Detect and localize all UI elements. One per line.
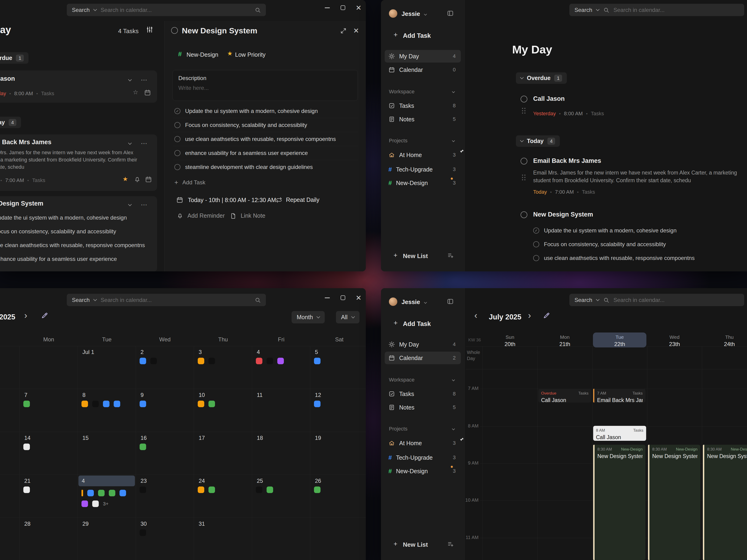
month-day-cell[interactable]: 4 — [252, 346, 310, 389]
month-day-cell[interactable] — [0, 389, 20, 432]
month-day-cell[interactable]: 26 — [310, 475, 366, 518]
month-day-cell[interactable] — [0, 518, 20, 560]
chevron-down-icon[interactable] — [128, 78, 132, 81]
month-day-cell[interactable] — [310, 518, 366, 560]
add-subtask-button[interactable]: + Add Task — [174, 179, 205, 186]
month-day-cell[interactable] — [0, 432, 20, 475]
calendar-event[interactable]: 7 AMTasksEmail Back Mrs Jame — [593, 389, 645, 402]
event-chip-dark[interactable] — [208, 358, 215, 364]
event-chip-green[interactable] — [98, 490, 105, 496]
link-note-button[interactable]: Link Note — [230, 212, 265, 219]
month-day-cell[interactable] — [20, 346, 78, 389]
event-chip-dark[interactable] — [139, 529, 146, 536]
month-day-cell[interactable]: 31 — [194, 518, 252, 560]
month-day-cell[interactable]: 9 — [136, 389, 194, 432]
month-day-cell[interactable]: 17 — [194, 432, 252, 475]
day-header-date[interactable]: 22th — [601, 341, 639, 347]
month-day-cell[interactable] — [252, 518, 310, 560]
month-day-cell[interactable]: 21 — [20, 475, 78, 518]
subtask-row[interactable]: ✓Update the ui system with a modern, coh… — [533, 227, 676, 234]
month-day-cell[interactable]: 2 — [136, 346, 194, 389]
event-chip-orange[interactable] — [81, 401, 88, 407]
add-reminder-button[interactable]: Add Reminder — [177, 212, 225, 219]
event-chip-blue[interactable] — [139, 401, 146, 407]
subtask-row[interactable]: Focus on consistency, scalability and ac… — [533, 241, 666, 247]
month-day-cell[interactable]: 24 — [194, 475, 252, 518]
project-tag[interactable]: New-Design — [186, 51, 218, 58]
event-chip-blue[interactable] — [103, 401, 109, 407]
repeat-button[interactable]: Repeat Daily — [276, 196, 319, 203]
month-day-cell[interactable] — [0, 475, 20, 518]
task-menu-icon[interactable]: ⋯ — [141, 139, 148, 147]
event-chip-dark[interactable] — [256, 486, 262, 493]
subtask-row[interactable]: enhance usability for a seamless user ex… — [173, 146, 358, 160]
event-chip-orange[interactable] — [198, 358, 204, 364]
month-day-cell[interactable]: 23 — [136, 475, 194, 518]
description-box[interactable]: Description Write here... — [173, 70, 358, 101]
subtask-circle-icon[interactable] — [174, 164, 180, 170]
event-chip-dark[interactable] — [266, 358, 273, 364]
subtask-row[interactable]: use clean aeathsetics with reusable, res… — [0, 242, 145, 248]
subtask-circle-icon[interactable] — [174, 150, 180, 156]
calendar-icon[interactable] — [145, 176, 152, 183]
month-day-cell[interactable]: 25 — [252, 475, 310, 518]
chevron-down-icon[interactable] — [128, 141, 132, 145]
calendar-event[interactable]: 8:30 AMNew-DesignNew Design System — [703, 445, 747, 560]
schedule-button[interactable]: Today - 10th | 8:00 AM - 12:30 AM — [176, 196, 276, 204]
task-card-email[interactable]: Email Back Mrs James ⋯ Email Mrs. James … — [0, 134, 157, 191]
subtask-row[interactable]: Focus on consistency, scalability and ac… — [173, 118, 358, 132]
subtask-row[interactable]: enhance usability for a seamless user ex… — [0, 256, 117, 262]
month-day-cell[interactable]: 43+ — [78, 475, 136, 518]
search-bar[interactable]: Search Search in calendar... — [67, 4, 266, 16]
event-chip-white[interactable] — [23, 444, 30, 450]
task-status-circle[interactable] — [171, 27, 178, 34]
event-chip-blue[interactable] — [87, 490, 94, 496]
event-chip-red[interactable] — [256, 358, 262, 364]
subtask-row[interactable]: ✓Update the ui system with a modern, coh… — [0, 214, 127, 221]
today-section-toggle[interactable]: Today 4 — [0, 117, 21, 128]
event-chip-green[interactable] — [266, 486, 273, 493]
subtask-row[interactable]: ✓Update the ui system with a modern, coh… — [173, 104, 358, 118]
event-chip-white[interactable] — [92, 501, 99, 507]
month-day-cell[interactable]: 10 — [194, 389, 252, 432]
event-chip-orange[interactable] — [198, 401, 204, 407]
subtask-checked-icon[interactable]: ✓ — [533, 228, 539, 234]
subtask-checked-icon[interactable]: ✓ — [174, 108, 180, 114]
event-chip-blue[interactable] — [314, 401, 320, 407]
subtask-row[interactable]: steamline development with clear design … — [173, 160, 358, 174]
subtask-row[interactable]: use clean aeathsetics with reusable, res… — [173, 132, 358, 146]
month-day-cell[interactable]: 5 — [310, 346, 366, 389]
event-chip-blue[interactable] — [114, 401, 120, 407]
event-chip-green[interactable] — [139, 444, 146, 450]
month-day-cell[interactable]: 8 — [78, 389, 136, 432]
day-header-date[interactable]: 20th — [491, 341, 529, 347]
star-icon[interactable]: ★ — [123, 176, 128, 183]
month-day-cell[interactable]: 12 — [310, 389, 366, 432]
event-chip-dark[interactable] — [150, 358, 157, 364]
event-chip-green[interactable] — [208, 401, 215, 407]
event-chip-bar[interactable] — [81, 490, 83, 496]
filter-icon[interactable] — [146, 26, 154, 34]
event-chip-orange[interactable] — [198, 486, 204, 493]
maximize-button[interactable] — [338, 3, 347, 12]
calendar-event[interactable]: 8 AMTasksCall Jason — [593, 426, 646, 441]
close-panel-icon[interactable]: ✕ — [353, 27, 359, 35]
close-button[interactable]: ✕ — [354, 3, 363, 12]
month-day-cell[interactable]: 18 — [252, 432, 310, 475]
day-header-date[interactable]: 21th — [546, 341, 584, 347]
calendar-event[interactable]: 8:30 AMNew-DesignNew Design System — [593, 445, 645, 560]
task-card-call-jason[interactable]: Call Jason ⋯ Yesterday 8:00 AM Tasks ☆ — [0, 71, 157, 103]
event-chip-green[interactable] — [314, 486, 320, 493]
event-chip-green[interactable] — [23, 401, 30, 407]
event-chip-blue[interactable] — [314, 358, 320, 364]
month-day-cell[interactable]: 30 — [136, 518, 194, 560]
month-day-cell[interactable]: 29 — [78, 518, 136, 560]
minimize-button[interactable] — [323, 3, 332, 12]
task-card-design[interactable]: New Design System ⋯ ✓Update the ui syste… — [0, 196, 157, 271]
calendar-event[interactable]: 8:30 AMNew-DesignNew Design System — [648, 445, 700, 560]
reminder-bell-icon[interactable] — [134, 176, 141, 183]
calendar-event[interactable]: OverdueTasksCall Jason — [538, 389, 591, 402]
month-day-cell[interactable]: 16 — [136, 432, 194, 475]
month-day-cell[interactable]: 3 — [194, 346, 252, 389]
event-chip-green[interactable] — [109, 490, 115, 496]
